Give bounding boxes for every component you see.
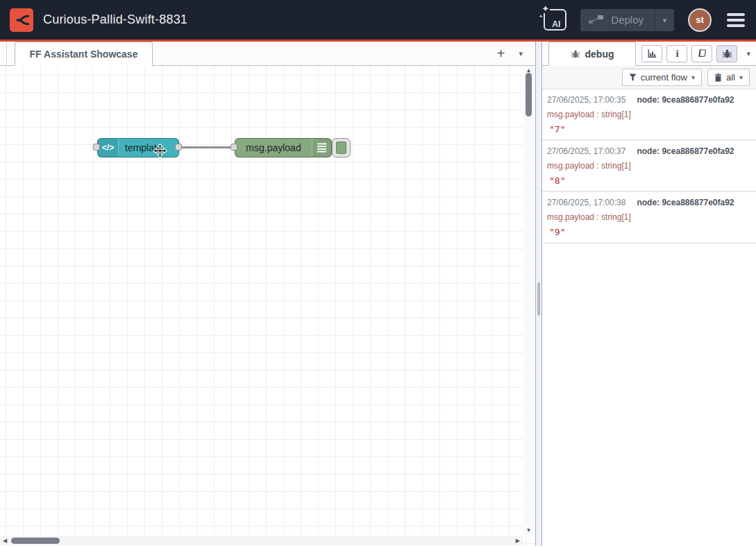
debug-message[interactable]: 27/06/2025, 17:00:38 node: 9cea886877e0f…: [542, 192, 756, 243]
deploy-label: Deploy: [611, 14, 644, 26]
app-header: Curious-Pallid-Swift-8831 ✦ ✦ AI Deploy …: [0, 0, 756, 42]
port-output[interactable]: [175, 144, 182, 151]
flow-canvas[interactable]: </> template msg.payload: [0, 66, 535, 546]
hamburger-bar-icon: [727, 24, 745, 27]
ai-icon-label: AI: [552, 19, 560, 29]
message-timestamp: 27/06/2025, 17:00:35: [547, 95, 625, 105]
workspace: FF Assistant Showcase + ▾ </> template m…: [0, 42, 535, 546]
tab-scroll-spacer: [0, 42, 7, 65]
hscroll-thumb[interactable]: [11, 538, 60, 544]
filter-button[interactable]: current flow ▾: [622, 69, 702, 86]
message-timestamp: 27/06/2025, 17:00:38: [547, 198, 625, 207]
sidebar: debug i: [542, 42, 756, 546]
book-icon: [697, 49, 707, 58]
node-debug[interactable]: msg.payload: [235, 138, 332, 157]
node-label: template: [119, 139, 178, 157]
list-icon: [312, 139, 331, 157]
deploy-button[interactable]: Deploy ▾: [580, 9, 674, 31]
canvas-vscrollbar[interactable]: ▲ ▼: [523, 66, 534, 535]
clear-caret: ▾: [739, 74, 743, 81]
canvas-hscrollbar[interactable]: ◀ ▶: [0, 536, 523, 546]
bug-icon: [722, 49, 732, 59]
bar-chart-icon: [647, 49, 657, 58]
flow-tabbar: FF Assistant Showcase + ▾: [0, 42, 535, 66]
splitter-handle[interactable]: [537, 282, 540, 316]
info-icon: i: [675, 49, 678, 59]
hamburger-bar-icon: [727, 13, 745, 16]
debug-message-list: 27/06/2025, 17:00:35 node: 9cea886877e0f…: [542, 89, 756, 546]
message-value: "9": [547, 227, 750, 237]
filter-label: current flow: [641, 72, 687, 83]
dashboard-button[interactable]: [641, 45, 662, 62]
context-button[interactable]: [691, 45, 712, 62]
message-node-id: node: 9cea886877e0fa92: [637, 95, 734, 105]
port-input[interactable]: [93, 144, 100, 151]
scroll-left-button[interactable]: ◀: [3, 538, 7, 544]
sidebar-tabbar: debug i: [542, 42, 756, 66]
sidebar-tab-debug[interactable]: debug: [548, 42, 636, 66]
debug-toggle-button[interactable]: [332, 138, 351, 157]
info-button[interactable]: i: [666, 45, 687, 62]
clear-messages-button[interactable]: all ▾: [707, 69, 750, 86]
move-cursor-icon: [152, 143, 168, 159]
flow-list-caret[interactable]: ▾: [519, 49, 523, 58]
trash-icon: [714, 74, 722, 82]
hamburger-bar-icon: [727, 19, 745, 22]
filter-caret: ▾: [691, 74, 695, 81]
clear-label: all: [726, 72, 735, 83]
ai-assistant-button[interactable]: ✦ ✦ AI: [544, 9, 566, 31]
message-value: "7": [547, 124, 750, 135]
debug-button[interactable]: [716, 45, 737, 62]
filter-funnel-icon: [629, 74, 637, 81]
sparkle-small-icon: ✦: [539, 14, 543, 19]
add-flow-button[interactable]: +: [497, 46, 505, 60]
scroll-down-button[interactable]: ▼: [523, 527, 534, 533]
sidebar-splitter[interactable]: [535, 42, 542, 546]
sparkle-icon: ✦: [541, 4, 550, 13]
main-menu-button[interactable]: [725, 10, 746, 30]
port-input[interactable]: [230, 144, 237, 151]
message-node-id: node: 9cea886877e0fa92: [637, 146, 734, 156]
debug-toggle-indicator: [336, 142, 346, 154]
debug-message[interactable]: 27/06/2025, 17:00:35 node: 9cea886877e0f…: [542, 89, 756, 141]
bug-icon: [571, 49, 580, 59]
debug-toolbar: current flow ▾ all ▾: [542, 66, 756, 89]
message-property: msg.payload : string[1]: [547, 110, 750, 119]
deploy-options-caret[interactable]: ▾: [655, 9, 674, 31]
node-label: msg.payload: [235, 139, 312, 157]
code-icon: </>: [98, 139, 119, 157]
tab-ff-assistant-showcase[interactable]: FF Assistant Showcase: [15, 42, 153, 66]
message-value: "8": [547, 175, 750, 186]
page-title: Curious-Pallid-Swift-8831: [43, 12, 187, 27]
main-area: FF Assistant Showcase + ▾ </> template m…: [0, 42, 756, 546]
deploy-nodes-icon: [589, 15, 604, 25]
logo-glyph-icon: [12, 11, 31, 29]
message-property: msg.payload : string[1]: [547, 161, 750, 171]
wire[interactable]: [179, 146, 235, 148]
sidebar-tabs-caret[interactable]: ▾: [746, 49, 750, 58]
debug-message[interactable]: 27/06/2025, 17:00:37 node: 9cea886877e0f…: [542, 141, 756, 192]
message-property: msg.payload : string[1]: [547, 212, 750, 222]
message-timestamp: 27/06/2025, 17:00:37: [547, 146, 625, 156]
sidebar-tab-label: debug: [585, 49, 614, 60]
user-menu-button[interactable]: st: [688, 8, 712, 32]
scroll-right-button[interactable]: ▶: [516, 538, 520, 544]
message-node-id: node: 9cea886877e0fa92: [637, 198, 734, 207]
vscroll-thumb[interactable]: [526, 73, 532, 117]
flowfuse-logo[interactable]: [10, 8, 33, 32]
